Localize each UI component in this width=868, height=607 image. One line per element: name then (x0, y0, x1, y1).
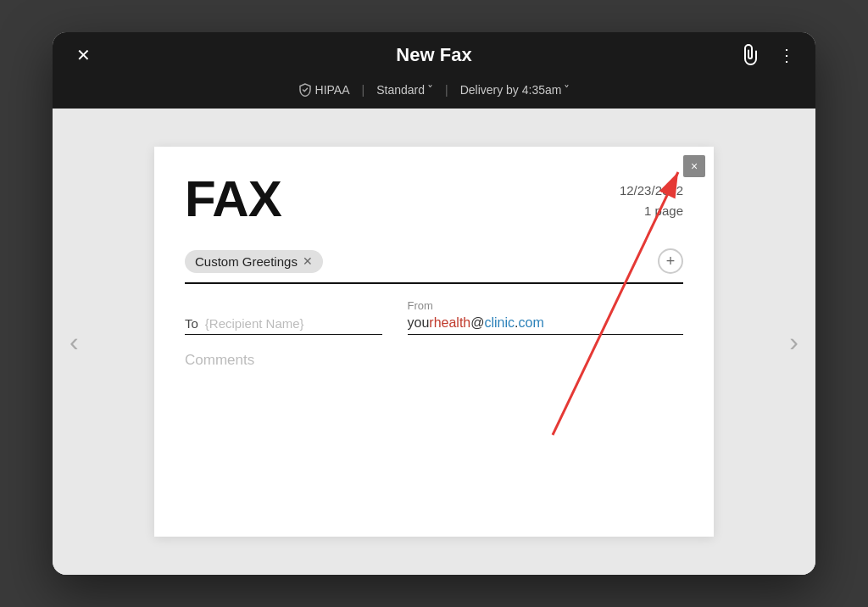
greeting-tag: Custom Greetings ✕ (185, 250, 323, 273)
divider-2: | (445, 83, 448, 97)
from-email: yourhealth@clinic.com (408, 315, 544, 331)
email-your: you (408, 315, 430, 330)
document-close-button[interactable]: × (683, 155, 705, 177)
modal-title: New Fax (396, 44, 471, 66)
paperclip-icon (741, 42, 758, 66)
fax-pages: 1 page (620, 201, 683, 221)
header-subtitle: HIPAA | Standard ˅ | Delivery by 4:35am … (298, 83, 570, 97)
to-placeholder: {Recipient Name} (205, 316, 304, 331)
from-input-row: yourhealth@clinic.com (408, 315, 684, 335)
fax-document: × FAX 12/23/2022 1 page (154, 147, 714, 537)
fax-greeting-left: Custom Greetings ✕ (185, 250, 323, 273)
fax-to-from-row: To {Recipient Name} From yourhealth@clin… (185, 299, 683, 335)
to-input-row: To {Recipient Name} (185, 316, 382, 335)
chevron-down-icon: ˅ (427, 83, 433, 97)
divider-1: | (362, 83, 365, 97)
attachment-button[interactable] (737, 39, 761, 72)
hipaa-label: HIPAA (315, 83, 350, 97)
more-options-button[interactable]: ⋮ (775, 43, 798, 67)
fax-greeting-row: Custom Greetings ✕ + (185, 248, 683, 284)
hipaa-shield-icon (298, 83, 312, 97)
email-at: @ (470, 315, 484, 330)
to-label: To (185, 316, 198, 331)
fax-title: FAX (185, 174, 281, 225)
chevron-down-icon-2: ˅ (564, 83, 570, 97)
modal-header: ✕ New Fax ⋮ HIPAA | (53, 32, 815, 109)
greeting-tag-label: Custom Greetings (195, 254, 298, 269)
modal-body: ‹ × FAX 12/23/2022 1 page (53, 109, 815, 575)
fax-date: 12/23/2022 (620, 181, 683, 201)
fax-meta: 12/23/2022 1 page (620, 174, 683, 221)
add-greeting-button[interactable]: + (658, 248, 683, 274)
hipaa-badge: HIPAA (298, 83, 350, 97)
fax-to-field: To {Recipient Name} (185, 316, 382, 335)
email-com: com (518, 315, 543, 330)
email-clinic: clinic (484, 315, 515, 330)
remove-greeting-button[interactable]: ✕ (303, 255, 313, 267)
fax-header-row: FAX 12/23/2022 1 page (185, 174, 683, 225)
header-actions: ⋮ (737, 39, 798, 72)
comments-label: Comments (185, 352, 254, 368)
email-health: rhealth (429, 315, 470, 330)
close-button[interactable]: ✕ (70, 43, 97, 67)
fax-from-field: From yourhealth@clinic.com (408, 299, 684, 335)
header-top-row: ✕ New Fax ⋮ (70, 44, 798, 66)
next-page-button[interactable]: › (781, 318, 807, 366)
fax-modal: ✕ New Fax ⋮ HIPAA | (53, 32, 815, 575)
prev-page-button[interactable]: ‹ (61, 318, 87, 366)
fax-comments: Comments (185, 352, 683, 369)
standard-dropdown[interactable]: Standard ˅ (376, 83, 433, 97)
delivery-dropdown[interactable]: Delivery by 4:35am ˅ (460, 83, 570, 97)
from-label: From (408, 299, 684, 312)
